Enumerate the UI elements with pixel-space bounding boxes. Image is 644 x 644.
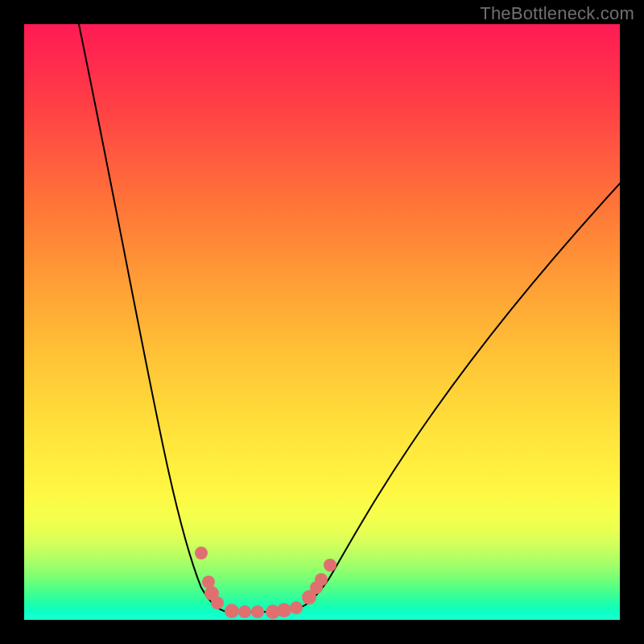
marker-dot: [251, 605, 264, 618]
marker-dot: [277, 603, 291, 617]
marker-dot: [211, 597, 224, 609]
watermark-text: TheBottleneck.com: [480, 3, 634, 24]
marker-group: [195, 547, 336, 619]
chart-frame: TheBottleneck.com: [0, 0, 644, 644]
marker-dot: [290, 601, 303, 614]
marker-dot: [238, 605, 251, 618]
marker-dot: [195, 547, 208, 559]
left-curve: [79, 24, 266, 612]
right-curve: [266, 184, 620, 612]
marker-dot: [225, 604, 239, 618]
marker-dot: [315, 573, 328, 586]
curve-layer: [24, 24, 620, 620]
plot-area: [24, 24, 620, 620]
marker-dot: [324, 559, 336, 572]
